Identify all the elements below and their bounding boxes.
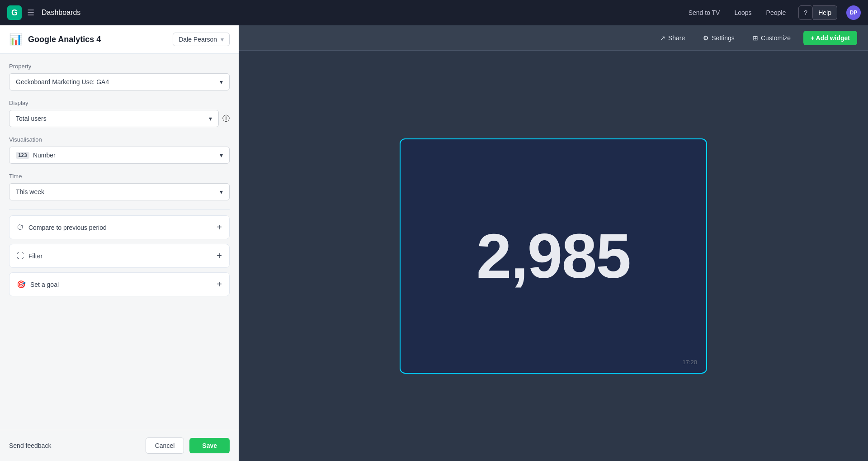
sidebar-footer: Send feedback Cancel Save xyxy=(0,430,239,461)
widget-card: 2,985 17:20 xyxy=(400,138,707,374)
chevron-down-icon: ▾ xyxy=(220,152,223,159)
chevron-down-icon: ▾ xyxy=(209,115,212,122)
sidebar-title: Google Analytics 4 xyxy=(28,35,167,44)
save-button[interactable]: Save xyxy=(189,438,230,453)
compare-label: Compare to previous period xyxy=(28,224,212,231)
sidebar-content: Property Geckoboard Marketing Use: GA4 ▾… xyxy=(0,54,239,430)
filter-icon: ⛶ xyxy=(17,252,24,260)
settings-button[interactable]: ⚙ Settings xyxy=(698,32,740,44)
visualisation-dropdown[interactable]: 123 Number ▾ xyxy=(9,147,230,164)
display-row: Total users ▾ ⓘ xyxy=(9,110,230,127)
help-button[interactable]: Help xyxy=(813,5,837,20)
goal-label: Set a goal xyxy=(30,281,212,288)
nav-link-send-to-tv[interactable]: Send to TV xyxy=(689,9,720,16)
avatar[interactable]: DP xyxy=(846,5,861,20)
goal-icon: 🎯 xyxy=(17,280,26,289)
ga-icon: 📊 xyxy=(9,33,23,46)
widget-timestamp: 17:20 xyxy=(682,359,697,366)
info-icon[interactable]: ⓘ xyxy=(222,114,230,124)
time-value: This week xyxy=(16,188,44,195)
app-logo[interactable]: G xyxy=(7,5,22,20)
visualisation-value: Number xyxy=(33,152,56,159)
settings-label: Settings xyxy=(712,34,735,42)
separator xyxy=(9,209,230,210)
visualisation-row: 123 Number xyxy=(16,152,56,159)
share-button[interactable]: ↗ Share xyxy=(655,32,690,44)
sidebar: 📊 Google Analytics 4 Dale Pearson ▾ Prop… xyxy=(0,25,239,461)
time-label: Time xyxy=(9,173,230,180)
gear-icon: ⚙ xyxy=(703,34,709,42)
help-question-button[interactable]: ? xyxy=(798,5,813,20)
clock-icon: ⏱ xyxy=(17,223,24,232)
display-label: Display xyxy=(9,100,230,106)
property-value: Geckoboard Marketing Use: GA4 xyxy=(16,78,109,86)
main-content: ↗ Share ⚙ Settings ⊞ Customize + Add wid… xyxy=(239,25,868,461)
add-widget-button[interactable]: + Add widget xyxy=(803,31,857,45)
user-select-dropdown[interactable]: Dale Pearson ▾ xyxy=(173,33,230,46)
customize-label: Customize xyxy=(761,34,791,42)
top-nav: G ☰ Dashboards Send to TV Loops People ?… xyxy=(0,0,868,25)
nav-title: Dashboards xyxy=(42,9,80,17)
goal-section[interactable]: 🎯 Set a goal + xyxy=(9,272,230,296)
share-icon: ↗ xyxy=(660,34,665,42)
number-badge: 123 xyxy=(16,152,29,159)
user-select-value: Dale Pearson xyxy=(179,36,217,43)
property-dropdown[interactable]: Geckoboard Marketing Use: GA4 ▾ xyxy=(9,73,230,90)
widget-area: 2,985 17:20 xyxy=(239,51,868,461)
nav-link-loops[interactable]: Loops xyxy=(734,9,751,16)
chevron-down-icon: ▾ xyxy=(220,78,223,86)
nav-link-people[interactable]: People xyxy=(766,9,786,16)
expand-goal-icon: + xyxy=(217,279,222,290)
question-mark-icon: ? xyxy=(804,9,807,16)
sidebar-header: 📊 Google Analytics 4 Dale Pearson ▾ xyxy=(0,25,239,54)
customize-icon: ⊞ xyxy=(753,34,758,42)
property-label: Property xyxy=(9,63,230,70)
feedback-button[interactable]: Send feedback xyxy=(9,442,51,449)
nav-links: Send to TV Loops People xyxy=(689,9,786,16)
share-label: Share xyxy=(668,34,685,42)
chevron-down-icon: ▾ xyxy=(220,188,223,195)
property-group: Property Geckoboard Marketing Use: GA4 ▾ xyxy=(9,63,230,90)
filter-section[interactable]: ⛶ Filter + xyxy=(9,244,230,268)
menu-icon[interactable]: ☰ xyxy=(27,8,34,18)
time-group: Time This week ▾ xyxy=(9,173,230,200)
visualisation-group: Visualisation 123 Number ▾ xyxy=(9,136,230,164)
widget-value: 2,985 xyxy=(476,224,630,288)
compare-section[interactable]: ⏱ Compare to previous period + xyxy=(9,215,230,239)
cancel-button[interactable]: Cancel xyxy=(146,437,184,454)
time-dropdown[interactable]: This week ▾ xyxy=(9,183,230,200)
secondary-nav: ↗ Share ⚙ Settings ⊞ Customize + Add wid… xyxy=(239,25,868,51)
expand-compare-icon: + xyxy=(217,222,222,233)
visualisation-label: Visualisation xyxy=(9,136,230,143)
expand-filter-icon: + xyxy=(217,251,222,261)
customize-button[interactable]: ⊞ Customize xyxy=(747,32,796,44)
filter-label: Filter xyxy=(28,252,212,260)
display-dropdown[interactable]: Total users ▾ xyxy=(9,110,219,127)
display-value: Total users xyxy=(16,115,47,122)
display-group: Display Total users ▾ ⓘ xyxy=(9,100,230,127)
chevron-down-icon: ▾ xyxy=(221,36,224,43)
